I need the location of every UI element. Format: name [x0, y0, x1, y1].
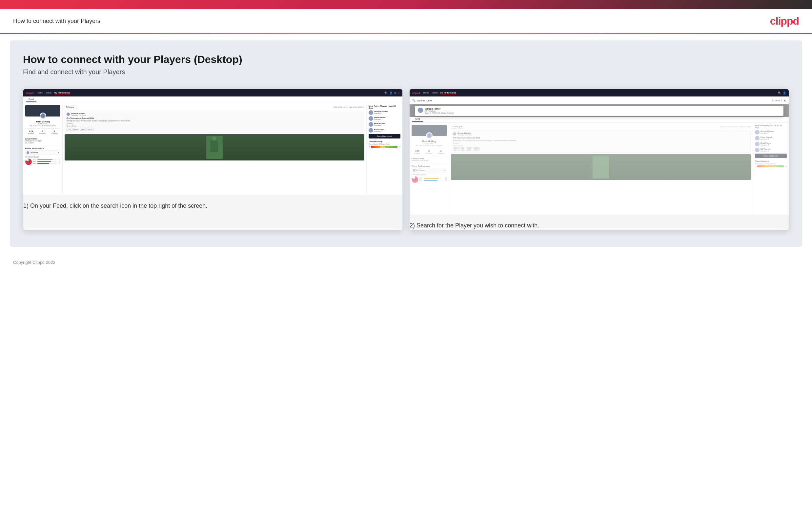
dropdown-arrow-1: ▾ — [58, 152, 59, 154]
activity-photo-1 — [64, 134, 364, 161]
player-select-avatar-1 — [27, 151, 29, 154]
profile-info-2: Blair McHarg Golf Coach Mill Ride Golf C… — [412, 140, 447, 146]
activity-desc-1: Walking the course with my coach to buil… — [66, 120, 363, 122]
perf-section-2: Player Performance Eli Vincent ▾ Total P… — [412, 163, 447, 183]
search-icon-2[interactable]: 🔍 — [778, 92, 781, 94]
player-avatar-piers — [369, 116, 373, 121]
active-players-title-1: Most Active Players - Last 30 days — [369, 105, 400, 109]
avatar-2 — [426, 132, 433, 139]
stat-followers-num: 3 — [39, 130, 46, 133]
screenshot-1: clippd Home Teams My Performance 🔍 👤 ⚙ ○ — [23, 89, 403, 230]
mini-nav-items-2: Home Teams My Performance — [423, 92, 456, 94]
mini-nav-myperformance-2: My Performance — [440, 92, 456, 94]
tag-app: APP — [73, 128, 79, 131]
player-avatar-hiral — [369, 122, 373, 127]
feed-tab-1[interactable]: Feed — [26, 97, 36, 102]
feed-tab-2[interactable]: Feed — [412, 117, 423, 122]
following-btn-1[interactable]: Following ▾ — [64, 105, 77, 109]
perf-section-1: Player Performance Eli Vincent ▾ Total P… — [25, 146, 60, 165]
settings-icon-1[interactable]: ⚙ — [394, 92, 396, 94]
mini-nav-items-1: Home Teams My Performance — [37, 92, 70, 94]
player-select-1[interactable]: Eli Vincent ▾ — [25, 150, 60, 155]
following-row-1: Following ▾ Control who can see your act… — [64, 105, 364, 109]
tag-ott: OTT — [66, 128, 73, 131]
perf-title-2: Player Performance — [412, 165, 447, 167]
profile-bg-1 — [25, 105, 60, 117]
profile-location-2: Mill Ride Golf Club, United Kingdom — [412, 144, 447, 146]
search-input[interactable]: Marcus Turner — [418, 99, 770, 102]
avatar-1 — [40, 113, 46, 119]
caption-1: 1) On your Feed, click on the search ico… — [23, 195, 402, 210]
search-result-1[interactable]: Marcus Turner 1-5 Handicap Cypress Point… — [415, 106, 783, 116]
activity-title-1: Pre Tournament Course Walk — [66, 117, 363, 119]
screenshots-row: clippd Home Teams My Performance 🔍 👤 ⚙ ○ — [23, 89, 789, 230]
profile-location-1: Mill Ride Golf Club, United Kingdom — [25, 125, 60, 127]
profile-stats-2: 129 Activities 3 Followers 4 Following — [412, 148, 447, 156]
profile-bg-2 — [412, 125, 447, 136]
mini-logo-2: clippd — [412, 92, 420, 94]
mini-left-panel-1: Blair McHarg Golf Coach Mill Ride Golf C… — [23, 103, 63, 195]
score-row-1: 84 OTT 79 APP — [25, 159, 60, 165]
heatmap-sub-1: Player Quality · 20 Round Trend — [369, 143, 400, 145]
tag-putt: PUTT — [87, 128, 93, 131]
mini-middle-panel-1: Following ▾ Control who can see your act… — [63, 103, 366, 195]
player-select-name-1: Eli Vincent — [30, 152, 58, 154]
mini-app-1: clippd Home Teams My Performance 🔍 👤 ⚙ ○ — [23, 89, 402, 195]
profile-name-2: Blair McHarg — [412, 140, 447, 142]
player-info-richard: Richard Butler Activities: 7 — [374, 111, 400, 115]
stat-activities: 129 Activities — [28, 130, 34, 134]
stat-following-label: Following — [51, 133, 57, 134]
stat-following-2: 4 Following — [437, 150, 444, 154]
team-dashboard-btn-1[interactable]: Team Dashboard — [369, 134, 400, 138]
copyright: Copyright Clippd 2022 — [13, 260, 55, 265]
activity-info-1: Richard Butler Yesterday · The Grove — [71, 113, 363, 116]
result-club: Cypress Point Club, United Kingdom — [425, 112, 780, 114]
player-avatar-eli — [369, 128, 373, 133]
stat-followers: 3 Followers — [39, 130, 46, 134]
player-info-eli: Eli Vincent Activities: 1 — [374, 128, 400, 132]
avatar-icon-1[interactable]: ○ — [398, 92, 400, 94]
caption-2: 2) Search for the Player you wish to con… — [410, 215, 789, 230]
activity-date-1: Yesterday · The Grove — [71, 115, 363, 116]
result-info: Marcus Turner 1-5 Handicap Cypress Point… — [425, 108, 780, 114]
quality-label-1: Total Player Quality — [25, 156, 60, 158]
player-info-piers: Piers Parnell Activities: 4 — [374, 117, 400, 120]
search-clear-btn[interactable]: CLEAR — [772, 99, 781, 102]
profile-icon-2[interactable]: 👤 — [783, 92, 786, 94]
activity-duration-1: Duration — [66, 122, 363, 124]
stat-activities-2: 129 Activities — [414, 150, 420, 154]
header: How to connect with your Players clippd — [0, 9, 812, 33]
header-divider — [0, 33, 812, 34]
search-close-btn[interactable]: ✕ — [783, 99, 786, 102]
main-title: How to connect with your Players (Deskto… — [23, 53, 789, 66]
mini-nav-1: clippd Home Teams My Performance 🔍 👤 ⚙ ○ — [23, 89, 402, 96]
stat-activities-num: 129 — [28, 130, 34, 133]
player-select-2: Eli Vincent ▾ — [412, 168, 447, 173]
search-overlay: 🔍 Marcus Turner CLEAR ✕ Marcus Turner 1-… — [410, 96, 789, 117]
mini-main-layout-2: Blair McHarg Golf Coach Mill Ride Golf C… — [410, 123, 789, 215]
mini-nav-myperformance: My Performance — [54, 92, 70, 94]
bar-ott-1: OTT 79 — [33, 159, 60, 161]
result-name: Marcus Turner — [425, 108, 780, 110]
activity-card-1: Richard Butler Yesterday · The Grove Pre… — [64, 111, 364, 133]
stat-followers-label: Followers — [39, 133, 46, 134]
search-icon-1[interactable]: 🔍 — [384, 92, 388, 94]
active-player-3: Hiral Pujara Activities: 3 — [369, 122, 400, 127]
latest-activity-1: Latest Activity Afternoon round of golf … — [25, 138, 60, 144]
footer: Copyright Clippd 2022 — [0, 253, 812, 271]
player-avatar-richard — [369, 110, 373, 115]
active-player-4: Eli Vincent Activities: 1 — [369, 128, 400, 133]
bar-app-1: APP 70 — [33, 161, 60, 162]
mini-right-panel-1: Most Active Players - Last 30 days Richa… — [366, 103, 402, 195]
mini-nav-2: clippd Home Teams My Performance 🔍 👤 — [410, 89, 789, 96]
mini-nav-home: Home — [37, 92, 43, 94]
control-link-1[interactable]: Control who can see your activity and da… — [334, 106, 364, 108]
active-player-2: Piers Parnell Activities: 4 — [369, 116, 400, 121]
logo: clippd — [770, 15, 799, 27]
profile-icon-1[interactable]: 👤 — [389, 92, 392, 94]
screenshot-2: clippd Home Teams My Performance 🔍 👤 — [409, 89, 789, 230]
activity-tags-1: OTT APP ARG PUTT — [66, 128, 363, 131]
heatmap-bar-1 — [371, 146, 397, 148]
score-bars-1: OTT 79 APP 70 — [33, 159, 60, 165]
avatar-inner-2 — [428, 134, 431, 137]
